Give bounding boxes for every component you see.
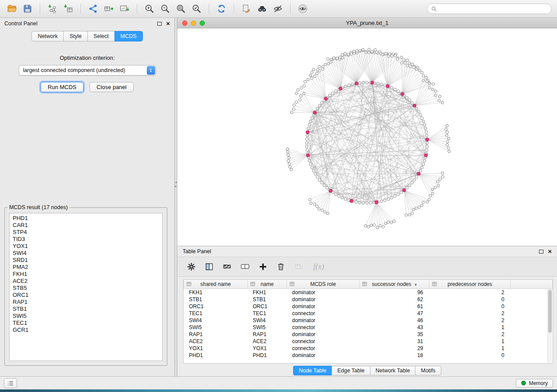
- mcds-result-item[interactable]: YOX1: [13, 243, 162, 250]
- control-panel-title: Control Panel: [4, 21, 38, 27]
- settings-icon[interactable]: [186, 261, 197, 272]
- traffic-light-minimize[interactable]: [191, 21, 196, 26]
- zoom-out-icon[interactable]: [159, 2, 172, 15]
- delete-icon[interactable]: [276, 261, 286, 272]
- tab-select[interactable]: Select: [87, 31, 114, 41]
- mcds-result-item[interactable]: STP4: [13, 229, 162, 236]
- desktop-background-strip: [0, 389, 557, 392]
- panel-selector-button[interactable]: [4, 378, 17, 388]
- add-icon[interactable]: [258, 261, 268, 272]
- name-cell: TEC1: [248, 310, 287, 317]
- search-input[interactable]: [439, 5, 547, 12]
- column-header-shared-name[interactable]: shared name: [184, 280, 248, 289]
- column-label: name: [260, 281, 273, 287]
- row-filter-icon[interactable]: [294, 261, 304, 272]
- mcds-result-item[interactable]: SWI5: [13, 313, 162, 320]
- search-box[interactable]: [427, 3, 552, 14]
- successor-cell: 29: [360, 345, 429, 352]
- mcds-role-cell: connector: [287, 345, 360, 352]
- tab-style[interactable]: Style: [63, 31, 87, 41]
- import-network-icon[interactable]: [46, 2, 59, 15]
- close-panel-button[interactable]: Close panel: [90, 82, 134, 92]
- mcds-result-item[interactable]: STB5: [13, 285, 162, 292]
- export-image-icon[interactable]: [118, 2, 131, 15]
- mcds-result-item[interactable]: CAR1: [13, 222, 162, 229]
- find-icon[interactable]: [256, 2, 269, 15]
- share-document-icon[interactable]: [240, 2, 253, 15]
- table-row[interactable]: FKH1FKH1dominator962: [184, 289, 553, 296]
- tab-node-table[interactable]: Node Table: [293, 366, 332, 375]
- mcds-result-item[interactable]: PHD1: [13, 215, 162, 222]
- successor-cell: 47: [360, 310, 429, 317]
- mcds-result-item[interactable]: RAP1: [13, 299, 162, 306]
- main-toolbar: [0, 0, 557, 18]
- column-header-MCDS-role[interactable]: MCDS role: [287, 280, 360, 289]
- annotation-icon[interactable]: [271, 2, 284, 15]
- network-canvas[interactable]: [177, 28, 557, 246]
- column-header-successor-nodes[interactable]: successor nodes▾: [360, 280, 429, 289]
- zoom-fit-icon[interactable]: [174, 2, 187, 15]
- table-row[interactable]: STB1STB1dominator620: [184, 296, 553, 303]
- mcds-result-item[interactable]: ACE2: [13, 278, 162, 285]
- save-session-icon[interactable]: [21, 2, 34, 15]
- traffic-light-zoom[interactable]: [200, 21, 205, 26]
- deselect-all-icon[interactable]: [240, 261, 250, 272]
- mcds-result-item[interactable]: GCR1: [13, 327, 162, 334]
- export-network-icon[interactable]: [86, 2, 100, 15]
- table-row[interactable]: ACE2ACE2connector311: [184, 338, 553, 345]
- traffic-light-close[interactable]: [182, 21, 187, 26]
- mcds-result-item[interactable]: STB1: [13, 306, 162, 313]
- mcds-result-item[interactable]: TEC1: [13, 320, 162, 327]
- toolbar-separator: [290, 3, 291, 14]
- run-mcds-button[interactable]: Run MCDS: [41, 82, 83, 92]
- close-panel-icon[interactable]: ×: [166, 21, 170, 26]
- name-cell: STB1: [248, 296, 287, 303]
- tab-network[interactable]: Network: [31, 31, 63, 41]
- export-table-icon[interactable]: [102, 2, 115, 15]
- table-row[interactable]: PHD1PHD1dominator180: [184, 352, 553, 359]
- mcds-result-item[interactable]: SWI4: [13, 250, 162, 257]
- mcds-result-item[interactable]: PMA2: [13, 264, 162, 271]
- shared-name-cell: PHD1: [184, 352, 248, 359]
- memory-status-icon: [521, 381, 526, 385]
- table-scrollbar[interactable]: [547, 289, 552, 363]
- sort-chevron-icon[interactable]: ▾: [415, 282, 417, 287]
- import-table-icon[interactable]: [62, 2, 75, 15]
- mcds-result-item[interactable]: ORC1: [13, 292, 162, 299]
- tab-network-table[interactable]: Network Table: [370, 366, 415, 375]
- float-table-panel-icon[interactable]: [539, 250, 543, 254]
- show-eye-icon[interactable]: [296, 2, 309, 15]
- mcds-result-list[interactable]: PHD1CAR1STP4TID3YOX1SWI4SRD1PMA2FKH1ACE2…: [9, 213, 163, 361]
- mcds-result-item[interactable]: TID3: [13, 236, 162, 243]
- memory-button[interactable]: Memory: [516, 379, 553, 388]
- select-all-icon[interactable]: [222, 261, 232, 272]
- tab-motifs[interactable]: Motifs: [415, 366, 441, 375]
- table-scrollbar-thumb[interactable]: [548, 290, 552, 333]
- empty-cell: [511, 296, 553, 303]
- table-row[interactable]: ORC1ORC1dominator610: [184, 303, 553, 310]
- table-row[interactable]: YOX1YOX1connector291: [184, 345, 553, 352]
- table-row[interactable]: TEC1TEC1connector472: [184, 310, 553, 317]
- columns-icon[interactable]: [204, 261, 214, 272]
- open-file-icon[interactable]: [5, 2, 18, 15]
- name-cell: ACE2: [248, 338, 287, 345]
- zoom-selected-icon[interactable]: [190, 2, 203, 15]
- tab-mcds[interactable]: MCDS: [114, 31, 143, 41]
- table-row[interactable]: SWI4SWI4dominator462: [184, 317, 553, 324]
- splitter-collapse-icon[interactable]: ◂▸: [174, 180, 177, 188]
- refresh-icon[interactable]: [215, 2, 228, 15]
- column-header-predecessor-nodes[interactable]: predecessor nodes: [429, 280, 511, 289]
- close-table-panel-icon[interactable]: ×: [548, 249, 552, 254]
- float-panel-icon[interactable]: [157, 22, 162, 26]
- column-header-name[interactable]: name: [248, 280, 287, 289]
- mcds-result-item[interactable]: SRD1: [13, 257, 162, 264]
- mcds-result-item[interactable]: FKH1: [13, 271, 162, 278]
- table-row[interactable]: SWI5SWI5connector431: [184, 324, 553, 331]
- predecessor-cell: 0: [429, 303, 511, 310]
- table-row[interactable]: RAP1RAP1dominator352: [184, 331, 553, 338]
- zoom-in-icon[interactable]: [143, 2, 156, 15]
- fx-icon[interactable]: f(x): [313, 262, 324, 272]
- optimization-criterion-select[interactable]: largest connected component (undirected)…: [19, 65, 156, 76]
- tab-edge-table[interactable]: Edge Table: [332, 366, 370, 375]
- column-label: MCDS role: [310, 281, 336, 287]
